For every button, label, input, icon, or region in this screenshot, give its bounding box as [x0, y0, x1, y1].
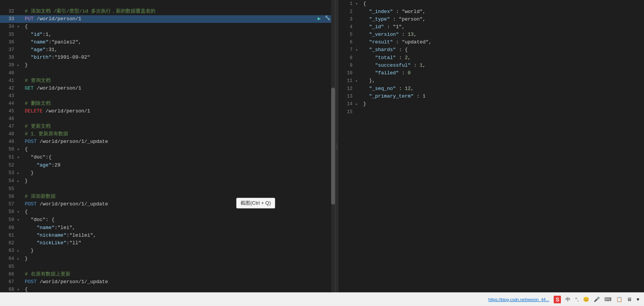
fold-icon[interactable]: ▾	[356, 0, 360, 8]
line-number: 63	[0, 247, 17, 255]
taskbar-emoji[interactable]: 😊	[582, 294, 591, 305]
taskbar-lang[interactable]: 中	[564, 294, 572, 305]
code-segment: POST	[25, 201, 37, 207]
code-line-33: 33 PUT /world/person/1	[0, 15, 335, 23]
line-number: 3	[338, 16, 356, 23]
code-line-12: 12 "_seq_no" : 12,	[338, 85, 644, 93]
line-number: 39	[0, 61, 17, 69]
fold-icon[interactable]: ▸	[356, 101, 360, 108]
code-line-45: 45 DELETE /world/person/1	[0, 107, 335, 115]
left-scrollbar-thumb[interactable]	[331, 88, 335, 205]
line-content: "_index" : "world",	[360, 8, 644, 16]
code-line-3: 3 "_type" : "person",	[338, 16, 644, 23]
code-segment: :"ll"	[66, 240, 81, 246]
code-segment: 1	[420, 62, 423, 68]
code-segment: 13	[408, 32, 414, 37]
code-line-39: 39▸}	[0, 61, 335, 69]
line-content: PUT /world/person/1	[22, 15, 335, 23]
code-segment: :	[414, 93, 423, 99]
taskbar-clipboard[interactable]: 📋	[615, 294, 624, 305]
line-number: 37	[0, 46, 17, 54]
code-segment: "successful"	[363, 62, 411, 68]
code-segment: "birth"	[25, 54, 51, 60]
fold-icon[interactable]: ▾	[17, 154, 22, 162]
taskbar: https://blog.csdn.net/weixin_44... S 中 °…	[0, 292, 644, 306]
code-segment: "total"	[363, 55, 396, 61]
fold-icon[interactable]: ▾	[17, 23, 22, 31]
line-number: 65	[0, 263, 17, 271]
run-button[interactable]: ▶	[318, 15, 321, 22]
left-code-area: 32 # 添加文档 /索引/类型/id 多次执行，新的数据覆盖老的33 PUT …	[0, 8, 335, 292]
code-segment: GET	[25, 85, 34, 91]
line-number: 47	[0, 123, 17, 130]
taskbar-heart-icon: ♥	[636, 296, 639, 302]
fold-icon[interactable]: ▾	[17, 208, 22, 216]
code-segment: {	[25, 209, 28, 215]
line-number: 5	[338, 31, 356, 38]
line-number: 7	[338, 46, 356, 54]
code-line-48: 48 # 1、更新原有数据	[0, 130, 335, 138]
fold-icon[interactable]: ▸	[17, 170, 22, 177]
code-segment: }	[363, 101, 366, 107]
fold-icon[interactable]: ▾	[356, 46, 360, 54]
taskbar-url[interactable]: https://blog.csdn.net/weixin_44...	[487, 294, 551, 305]
code-segment: :"lei",	[54, 225, 75, 231]
taskbar-keyboard[interactable]: ⌨	[603, 294, 613, 305]
fold-icon[interactable]: ▾	[17, 146, 22, 154]
fold-icon[interactable]: ▸	[17, 178, 22, 185]
code-line-51: 51▾ "doc":{	[0, 154, 335, 162]
code-segment: /world/person/1/_update	[37, 201, 108, 207]
code-line-11: 11▸ },	[338, 77, 644, 85]
fold-icon[interactable]: ▸	[356, 77, 360, 85]
code-segment: /world/person/1/_update	[37, 279, 108, 285]
code-line-68: 68▾{	[0, 286, 335, 292]
line-content: "_type" : "person",	[360, 16, 644, 23]
taskbar-logo[interactable]: S	[552, 294, 562, 305]
taskbar-screen[interactable]: 🖥	[625, 294, 633, 305]
fold-icon[interactable]: ▾	[17, 216, 22, 224]
code-segment: {	[25, 146, 28, 152]
code-line-64: 64▸}	[0, 255, 335, 263]
code-line-7: 7▾ "_shards" : {	[338, 46, 644, 54]
code-line-43: 43	[0, 92, 335, 100]
line-number: 6	[338, 38, 356, 46]
fold-icon[interactable]: ▸	[17, 255, 22, 263]
wrench-button[interactable]: 🔧	[325, 15, 330, 22]
line-content: # 查询文档	[22, 77, 335, 85]
right-code-scroll[interactable]: 1▾{2 "_index" : "world",3 "_type" : "per…	[338, 0, 644, 292]
left-scrollbar[interactable]	[331, 0, 335, 292]
line-number: 1	[338, 0, 356, 8]
taskbar-punct[interactable]: °,	[574, 294, 580, 305]
line-content: "total" : 2,	[360, 54, 644, 62]
code-segment: {	[25, 24, 28, 29]
code-segment: /world/person/1	[43, 108, 90, 114]
line-number: 12	[338, 85, 356, 93]
code-line-58: 58▾{	[0, 208, 335, 216]
line-content	[360, 108, 644, 116]
fold-icon[interactable]: ▾	[17, 286, 22, 292]
code-line-65: 65	[0, 263, 335, 271]
code-segment: # 更新文档	[25, 123, 51, 129]
panel-separator[interactable]: ⋮	[335, 0, 338, 292]
code-line-61: 61 "nickname":"leilei",	[0, 232, 335, 239]
code-segment: {	[25, 287, 28, 292]
code-line-5: 5 "_version" : 13,	[338, 31, 644, 38]
code-segment: # 在原有数据上更新	[25, 271, 70, 277]
fold-icon[interactable]: ▸	[17, 247, 22, 255]
line-number: 14	[338, 100, 356, 108]
line-content: "_primary_term" : 1	[360, 93, 644, 100]
code-segment: "id"	[25, 32, 43, 37]
code-segment: "nickLike"	[25, 240, 66, 246]
code-segment: # 查询文档	[25, 78, 51, 83]
fold-icon[interactable]: ▸	[17, 62, 22, 69]
line-number: 53	[0, 169, 17, 177]
code-segment: "result"	[363, 39, 393, 45]
code-line-50: 50▾{	[0, 146, 335, 154]
taskbar-mic[interactable]: 🎤	[592, 294, 601, 305]
left-code-scroll[interactable]: 32 # 添加文档 /索引/类型/id 多次执行，新的数据覆盖老的33 PUT …	[0, 8, 335, 292]
taskbar-heart[interactable]: ♥	[635, 294, 641, 305]
line-content: "id":1,	[22, 31, 335, 38]
code-segment: # 添加文档 /索引/类型/id 多次执行，新的数据覆盖老的	[25, 8, 155, 14]
line-number: 41	[0, 77, 17, 85]
line-number: 43	[0, 92, 17, 100]
